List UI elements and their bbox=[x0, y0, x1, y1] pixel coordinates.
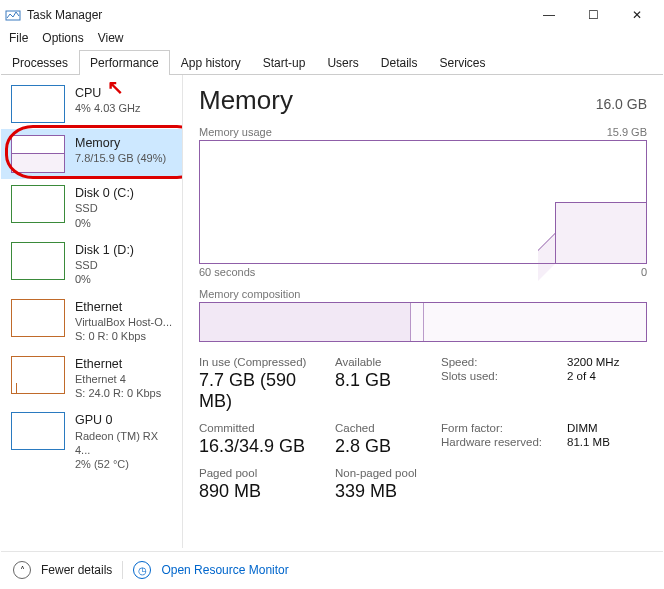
menu-file[interactable]: File bbox=[9, 31, 28, 45]
disk0-thumb bbox=[11, 185, 65, 223]
titlebar: Task Manager ― ☐ ✕ bbox=[1, 1, 663, 29]
tab-users[interactable]: Users bbox=[316, 50, 369, 75]
sidebar-sub2: 2% (52 °C) bbox=[75, 457, 172, 471]
paged-value: 890 MB bbox=[199, 481, 329, 502]
sidebar-item-ethernet-1[interactable]: Ethernet VirtualBox Host-O... S: 0 R: 0 … bbox=[1, 293, 182, 350]
available-label: Available bbox=[335, 356, 435, 368]
cpu-thumb bbox=[11, 85, 65, 123]
sidebar-label: GPU 0 bbox=[75, 412, 172, 428]
sidebar-label: CPU bbox=[75, 85, 140, 101]
sidebar-item-gpu[interactable]: GPU 0 Radeon (TM) RX 4... 2% (52 °C) bbox=[1, 406, 182, 477]
disk1-thumb bbox=[11, 242, 65, 280]
tab-services[interactable]: Services bbox=[428, 50, 496, 75]
in-use-label: In use (Compressed) bbox=[199, 356, 329, 368]
memory-thumb bbox=[11, 135, 65, 173]
sidebar-item-disk1[interactable]: Disk 1 (D:) SSD 0% bbox=[1, 236, 182, 293]
sidebar-sub: SSD bbox=[75, 258, 134, 272]
open-resource-monitor-link[interactable]: Open Resource Monitor bbox=[161, 563, 288, 577]
sidebar-text: Ethernet VirtualBox Host-O... S: 0 R: 0 … bbox=[75, 299, 172, 344]
main-panel: Memory 16.0 GB Memory usage 15.9 GB 60 s… bbox=[183, 75, 663, 548]
sidebar-sub2: 0% bbox=[75, 216, 134, 230]
sidebar-item-disk0[interactable]: Disk 0 (C:) SSD 0% bbox=[1, 179, 182, 236]
eth1-thumb bbox=[11, 299, 65, 337]
body: CPU 4% 4.03 GHz Memory 7.8/15.9 GB (49%)… bbox=[1, 75, 663, 548]
sidebar-label: Ethernet bbox=[75, 356, 161, 372]
sidebar-item-cpu[interactable]: CPU 4% 4.03 GHz bbox=[1, 79, 182, 129]
resmon-icon: ◷ bbox=[133, 561, 151, 579]
cached-label: Cached bbox=[335, 422, 435, 434]
footer: ˄ Fewer details ◷ Open Resource Monitor bbox=[1, 551, 663, 588]
form-label: Form factor: bbox=[441, 422, 561, 434]
stats-grid: In use (Compressed) Available Speed: 320… bbox=[199, 356, 647, 510]
sidebar-text: Memory 7.8/15.9 GB (49%) bbox=[75, 135, 166, 166]
available-value: 8.1 GB bbox=[335, 370, 435, 412]
tab-app-history[interactable]: App history bbox=[170, 50, 252, 75]
menu-view[interactable]: View bbox=[98, 31, 124, 45]
paged-label: Paged pool bbox=[199, 467, 329, 479]
sidebar-label: Disk 0 (C:) bbox=[75, 185, 134, 201]
sidebar-sub2: S: 0 R: 0 Kbps bbox=[75, 329, 172, 343]
hw-label: Hardware reserved: bbox=[441, 436, 561, 465]
sidebar-sub: VirtualBox Host-O... bbox=[75, 315, 172, 329]
app-icon bbox=[5, 7, 21, 23]
sidebar-text: Ethernet Ethernet 4 S: 24.0 R: 0 Kbps bbox=[75, 356, 161, 401]
in-use-value: 7.7 GB (590 MB) bbox=[199, 370, 329, 412]
sidebar-sub: Ethernet 4 bbox=[75, 372, 161, 386]
maximize-button[interactable]: ☐ bbox=[571, 1, 615, 29]
menu-options[interactable]: Options bbox=[42, 31, 83, 45]
sidebar-sub2: S: 24.0 R: 0 Kbps bbox=[75, 386, 161, 400]
window-controls: ― ☐ ✕ bbox=[527, 1, 659, 29]
close-button[interactable]: ✕ bbox=[615, 1, 659, 29]
speed-value: 3200 MHz bbox=[567, 356, 647, 368]
memory-composition-bar bbox=[199, 302, 647, 342]
usage-max: 15.9 GB bbox=[607, 126, 647, 138]
memory-capacity: 16.0 GB bbox=[596, 96, 647, 112]
fewer-details-link[interactable]: Fewer details bbox=[41, 563, 112, 577]
slots-label: Slots used: bbox=[441, 370, 561, 420]
sidebar-text: Disk 0 (C:) SSD 0% bbox=[75, 185, 134, 230]
committed-label: Committed bbox=[199, 422, 329, 434]
cached-value: 2.8 GB bbox=[335, 436, 435, 457]
performance-sidebar: CPU 4% 4.03 GHz Memory 7.8/15.9 GB (49%)… bbox=[1, 75, 183, 548]
graph-fill bbox=[555, 202, 646, 263]
main-header: Memory 16.0 GB bbox=[199, 85, 647, 116]
task-manager-window: Task Manager ― ☐ ✕ File Options View Pro… bbox=[0, 0, 664, 589]
sidebar-text: Disk 1 (D:) SSD 0% bbox=[75, 242, 134, 287]
sidebar-label: Memory bbox=[75, 135, 166, 151]
committed-value: 16.3/34.9 GB bbox=[199, 436, 329, 457]
tab-startup[interactable]: Start-up bbox=[252, 50, 317, 75]
slots-value: 2 of 4 bbox=[567, 370, 647, 420]
tab-performance[interactable]: Performance bbox=[79, 50, 170, 75]
gpu-thumb bbox=[11, 412, 65, 450]
tab-details[interactable]: Details bbox=[370, 50, 429, 75]
composition-label: Memory composition bbox=[199, 288, 647, 300]
tab-strip: Processes Performance App history Start-… bbox=[1, 49, 663, 75]
nonpaged-value: 339 MB bbox=[335, 481, 435, 502]
axis-right: 0 bbox=[641, 266, 647, 278]
hw-value: 81.1 MB bbox=[567, 436, 647, 465]
sidebar-sub: SSD bbox=[75, 201, 134, 215]
nonpaged-label: Non-paged pool bbox=[335, 467, 435, 479]
sidebar-text: CPU 4% 4.03 GHz bbox=[75, 85, 140, 116]
sidebar-text: GPU 0 Radeon (TM) RX 4... 2% (52 °C) bbox=[75, 412, 172, 471]
page-title: Memory bbox=[199, 85, 293, 116]
sidebar-item-ethernet-2[interactable]: Ethernet Ethernet 4 S: 24.0 R: 0 Kbps bbox=[1, 350, 182, 407]
comp-seg-mod bbox=[410, 303, 424, 341]
sidebar-item-memory[interactable]: Memory 7.8/15.9 GB (49%) bbox=[1, 129, 182, 179]
chevron-up-icon[interactable]: ˄ bbox=[13, 561, 31, 579]
sidebar-label: Disk 1 (D:) bbox=[75, 242, 134, 258]
axis-left: 60 seconds bbox=[199, 266, 255, 278]
sidebar-sub: 4% 4.03 GHz bbox=[75, 101, 140, 115]
sidebar-sub: 7.8/15.9 GB (49%) bbox=[75, 151, 166, 165]
memory-usage-graph bbox=[199, 140, 647, 264]
comp-seg-inuse bbox=[200, 303, 411, 341]
sidebar-sub2: 0% bbox=[75, 272, 134, 286]
sidebar-label: Ethernet bbox=[75, 299, 172, 315]
menubar: File Options View bbox=[1, 29, 663, 47]
minimize-button[interactable]: ― bbox=[527, 1, 571, 29]
tab-processes[interactable]: Processes bbox=[1, 50, 79, 75]
graph-axis: 60 seconds 0 bbox=[199, 266, 647, 278]
svg-rect-0 bbox=[6, 11, 20, 20]
eth2-thumb bbox=[11, 356, 65, 394]
sidebar-sub: Radeon (TM) RX 4... bbox=[75, 429, 172, 458]
